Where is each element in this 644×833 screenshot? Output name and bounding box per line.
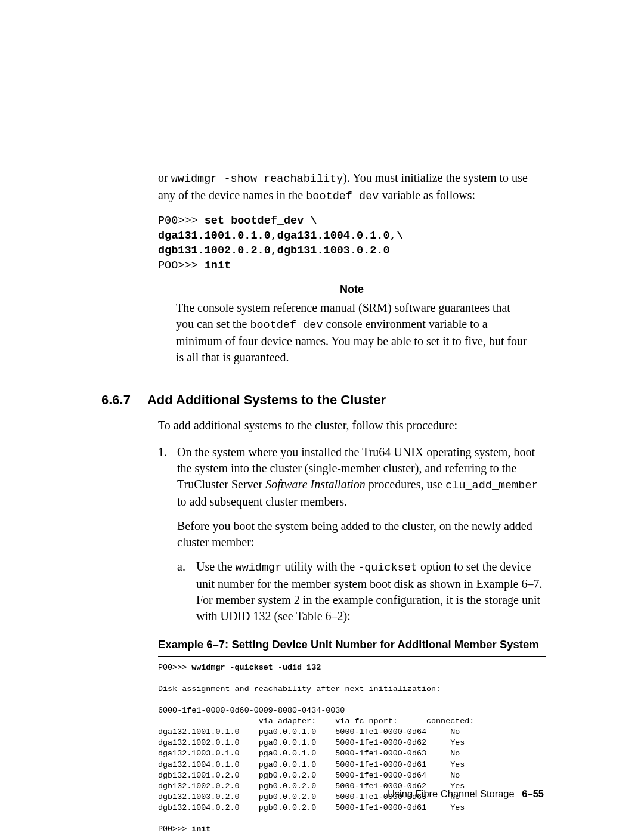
list-item-1-num: 1. <box>158 444 177 624</box>
ex-r8: dgb132.1004.0.2.0 pgb0.0.0.2.0 5000-1fe1… <box>158 803 465 812</box>
ordered-list: 1. On the system where you installed the… <box>158 444 546 624</box>
content: or wwidmgr -show reachability). You must… <box>158 170 546 833</box>
ex-r5: dgb132.1001.0.2.0 pgb0.0.0.2.0 5000-1fe1… <box>158 771 460 780</box>
sa-t2: utility with the <box>281 560 358 573</box>
section-title: Add Additional Systems to the Cluster <box>147 391 386 409</box>
item1-p1-b: procedures, use <box>366 478 445 491</box>
ex-l1-cmd: wwidmgr -quickset -udid 132 <box>191 663 321 672</box>
ex-l2: Disk assignment and reachability after n… <box>158 685 441 693</box>
item1-p1-italic: Software Installation <box>265 478 366 491</box>
note-titlebar: Note <box>176 282 528 296</box>
note-rule-left <box>176 289 332 289</box>
example-title: Example 6–7: Setting Device Unit Number … <box>158 637 546 652</box>
cb1-l4-prompt: POO>>> <box>158 259 205 272</box>
ex-r4: dga132.1004.0.1.0 pga0.0.0.1.0 5000-1fe1… <box>158 760 465 769</box>
example-code: P00>>> wwidmgr -quickset -udid 132 Disk … <box>158 662 546 833</box>
sublist-item-a: a. Use the wwidmgr utility with the -qui… <box>177 559 546 624</box>
sa-t1: Use the <box>196 560 236 573</box>
ex-end-prompt: P00>>> <box>158 825 191 833</box>
sublist-item-a-num: a. <box>177 559 196 624</box>
sa-c1: wwidmgr <box>236 562 282 574</box>
ex-l1-prompt: P00>>> <box>158 663 191 672</box>
cb1-l3: dgb131.1002.0.2.0,dgb131.1003.0.2.0 <box>158 244 390 257</box>
note-body-code: bootdef_dev <box>250 319 323 332</box>
note-bottom-rule <box>176 374 528 374</box>
section-heading: 6.6.7 Add Additional Systems to the Clus… <box>101 391 546 409</box>
cb1-l4-cmd: init <box>205 259 231 272</box>
sublist: a. Use the wwidmgr utility with the -qui… <box>177 559 546 624</box>
sa-c2: -quickset <box>358 562 417 574</box>
codeblock-bootdef: P00>>> set bootdef_dev \ dga131.1001.0.1… <box>158 214 546 274</box>
item1-p2: Before you boot the system being added t… <box>177 518 546 550</box>
sublist-item-a-body: Use the wwidmgr utility with the -quicks… <box>196 559 546 624</box>
footer-page-number: 6–55 <box>522 788 544 799</box>
ex-r1: dga132.1001.0.1.0 pga0.0.0.1.0 5000-1fe1… <box>158 727 460 736</box>
ex-end-cmd: init <box>191 825 210 833</box>
item1-p1-c: to add subsequent cluster members. <box>177 495 347 508</box>
ex-l3: 6000-1fe1-0000-0d60-0009-8080-0434-0030 <box>158 706 345 715</box>
ex-r2: dga132.1002.0.1.0 pga0.0.0.1.0 5000-1fe1… <box>158 738 465 747</box>
section-number: 6.6.7 <box>101 391 131 409</box>
item1-p1-code: clu_add_member <box>445 479 538 492</box>
footer-text: Using Fibre Channel Storage <box>388 788 515 799</box>
ex-r3: dga132.1003.0.1.0 pga0.0.0.1.0 5000-1fe1… <box>158 749 460 758</box>
section-intro: To add additional systems to the cluster… <box>158 417 546 433</box>
note-block: Note The console system reference manual… <box>176 282 528 374</box>
footer: Using Fibre Channel Storage 6–55 <box>388 788 544 800</box>
cb1-l1-cmd: set bootdef_dev \ <box>205 215 317 227</box>
intro-text-a: or <box>158 171 171 184</box>
cb1-l1-prompt: P00>>> <box>158 215 205 227</box>
list-item-1: 1. On the system where you installed the… <box>158 444 546 624</box>
list-item-1-body: On the system where you installed the Tr… <box>177 444 546 624</box>
intro-code-a: wwidmgr -show reachability <box>171 173 343 185</box>
note-label: Note <box>340 282 364 296</box>
intro-paragraph: or wwidmgr -show reachability). You must… <box>158 170 546 205</box>
example-hr-top <box>158 656 546 657</box>
cb1-l2: dga131.1001.0.1.0,dga131.1004.0.1.0,\ <box>158 230 403 242</box>
intro-code-b: bootdef_dev <box>306 190 379 203</box>
ex-hdr: via adapter: via fc nport: connected: <box>158 717 474 726</box>
page: or wwidmgr -show reachability). You must… <box>0 0 644 833</box>
note-rule-right <box>372 289 528 289</box>
item1-p1: On the system where you installed the Tr… <box>177 444 546 510</box>
intro-text-c: variable as follows: <box>379 188 475 202</box>
note-body: The console system reference manual (SRM… <box>176 300 528 366</box>
